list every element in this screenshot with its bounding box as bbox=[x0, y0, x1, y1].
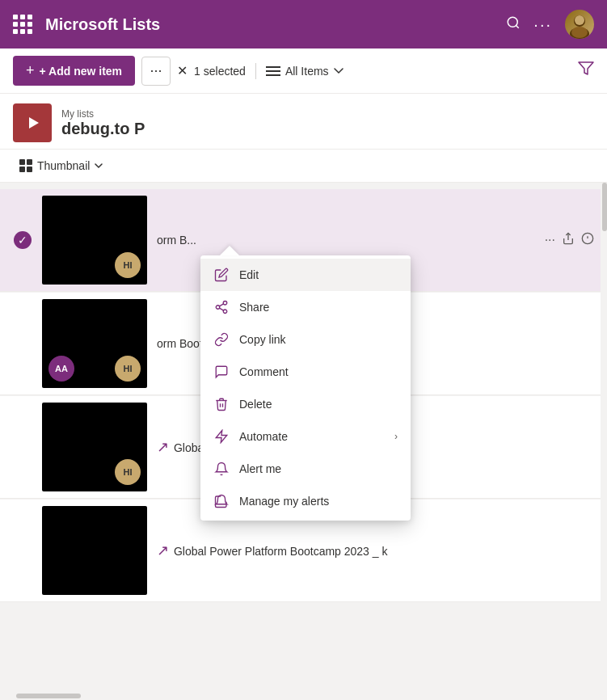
plus-icon: + bbox=[26, 62, 35, 79]
list-icon bbox=[13, 103, 52, 142]
link-icon bbox=[213, 331, 230, 348]
submenu-chevron-icon: › bbox=[394, 431, 398, 442]
search-icon[interactable] bbox=[506, 15, 521, 34]
context-menu-arrow bbox=[220, 246, 239, 255]
menu-item-share[interactable]: Share bbox=[200, 291, 411, 323]
top-nav-bar: Microsoft Lists ··· bbox=[0, 0, 607, 48]
bell-icon bbox=[213, 461, 230, 477]
delete-icon bbox=[213, 396, 230, 412]
item-avatar-hi: HI bbox=[115, 459, 141, 485]
item-more-icon[interactable]: ··· bbox=[545, 233, 555, 247]
svg-line-1 bbox=[516, 25, 519, 27]
svg-rect-12 bbox=[19, 167, 25, 172]
automate-icon bbox=[213, 428, 230, 445]
svg-line-21 bbox=[219, 308, 223, 310]
checkbox-area[interactable] bbox=[13, 541, 32, 560]
checkbox-area[interactable] bbox=[13, 437, 32, 457]
svg-marker-23 bbox=[216, 431, 227, 443]
automate-label: Automate bbox=[239, 430, 385, 443]
menu-item-copy-link[interactable]: Copy link bbox=[200, 323, 411, 356]
svg-marker-9 bbox=[29, 117, 39, 129]
share-label: Share bbox=[239, 301, 398, 314]
item-share-icon[interactable] bbox=[562, 232, 575, 248]
svg-point-4 bbox=[575, 15, 584, 25]
item-thumbnail bbox=[42, 506, 147, 595]
svg-rect-11 bbox=[27, 159, 32, 165]
app-grid-icon[interactable] bbox=[13, 15, 32, 34]
edit-icon bbox=[213, 267, 230, 283]
scrollbar-vertical[interactable] bbox=[601, 183, 607, 698]
menu-item-automate[interactable]: Automate › bbox=[200, 420, 411, 453]
selection-info: 1 selected bbox=[194, 65, 246, 78]
delete-label: Delete bbox=[239, 398, 398, 411]
svg-point-0 bbox=[508, 17, 518, 27]
checkbox-checked: ✓ bbox=[14, 231, 32, 249]
top-bar-actions: ··· bbox=[506, 10, 594, 39]
menu-item-manage-alerts[interactable]: Manage my alerts bbox=[200, 485, 411, 517]
toolbar-divider bbox=[255, 63, 256, 79]
alert-me-label: Alert me bbox=[239, 462, 398, 475]
comment-icon bbox=[213, 364, 230, 380]
svg-rect-10 bbox=[19, 159, 25, 165]
item-title: ↗ Global Power Platform Bootcamp 2023 _ … bbox=[157, 542, 594, 559]
svg-point-20 bbox=[223, 310, 227, 314]
list-breadcrumb: My lists bbox=[61, 108, 145, 120]
item-avatar-hi: HI bbox=[115, 252, 141, 278]
list-view-icon bbox=[266, 65, 280, 77]
manage-alerts-icon bbox=[213, 493, 230, 509]
manage-alerts-label: Manage my alerts bbox=[239, 495, 398, 508]
item-title: orm B... bbox=[157, 234, 535, 247]
menu-item-edit[interactable]: Edit bbox=[200, 259, 411, 291]
view-chevron-icon bbox=[95, 163, 103, 169]
more-button[interactable]: ··· bbox=[141, 57, 171, 86]
item-thumbnail: HI AA bbox=[42, 299, 147, 388]
thumbnail-label: Thumbnail bbox=[37, 159, 90, 172]
item-avatar-hi: HI bbox=[115, 356, 141, 382]
content-area: ✓ HI orm B... ··· bbox=[0, 183, 607, 698]
view-label: All Items bbox=[285, 65, 329, 78]
thumbnail-icon bbox=[19, 159, 32, 172]
menu-item-comment[interactable]: Comment bbox=[200, 356, 411, 388]
svg-line-22 bbox=[219, 304, 223, 306]
play-icon bbox=[23, 113, 42, 133]
copy-link-label: Copy link bbox=[239, 333, 398, 346]
share-icon bbox=[213, 299, 230, 315]
scrollbar-horizontal[interactable] bbox=[0, 692, 607, 698]
item-indicator: ↗ bbox=[157, 439, 169, 455]
scroll-thumb[interactable] bbox=[602, 183, 607, 231]
horizontal-scroll-thumb[interactable] bbox=[16, 694, 81, 698]
context-menu: Edit Share Copy link bbox=[200, 255, 411, 521]
filter-icon[interactable] bbox=[578, 61, 594, 80]
item-avatar-aa: AA bbox=[48, 356, 74, 382]
list-name: debug.to P bbox=[61, 120, 145, 138]
view-toolbar: Thumbnail bbox=[0, 150, 607, 183]
list-header: My lists debug.to P bbox=[0, 94, 607, 150]
add-new-button[interactable]: + + Add new item bbox=[13, 56, 135, 86]
checkbox-area[interactable]: ✓ bbox=[13, 230, 32, 250]
user-avatar[interactable] bbox=[565, 10, 594, 39]
edit-label: Edit bbox=[239, 268, 398, 281]
svg-point-5 bbox=[571, 27, 588, 38]
app-title: Microsoft Lists bbox=[45, 15, 496, 34]
deselect-icon[interactable]: ✕ bbox=[177, 63, 188, 78]
selected-count: 1 selected bbox=[194, 65, 246, 78]
avatar-image bbox=[565, 10, 594, 39]
svg-point-19 bbox=[216, 306, 220, 310]
chevron-down-icon bbox=[334, 68, 344, 74]
menu-item-alert-me[interactable]: Alert me bbox=[200, 453, 411, 485]
item-indicator: ↗ bbox=[157, 542, 169, 559]
comment-label: Comment bbox=[239, 365, 398, 378]
more-icon[interactable]: ··· bbox=[533, 15, 552, 34]
ellipsis-icon: ··· bbox=[150, 62, 162, 79]
item-actions: ··· bbox=[545, 232, 594, 248]
list-info: My lists debug.to P bbox=[61, 108, 145, 138]
checkbox-area[interactable] bbox=[13, 334, 32, 353]
add-new-label: + Add new item bbox=[40, 65, 123, 78]
svg-point-18 bbox=[223, 302, 227, 306]
svg-rect-13 bbox=[27, 167, 32, 172]
view-selector[interactable]: All Items bbox=[266, 65, 344, 78]
thumbnail-view-button[interactable]: Thumbnail bbox=[13, 156, 109, 175]
item-info-icon[interactable] bbox=[581, 232, 594, 248]
menu-item-delete[interactable]: Delete bbox=[200, 388, 411, 420]
item-thumbnail: HI bbox=[42, 196, 147, 285]
